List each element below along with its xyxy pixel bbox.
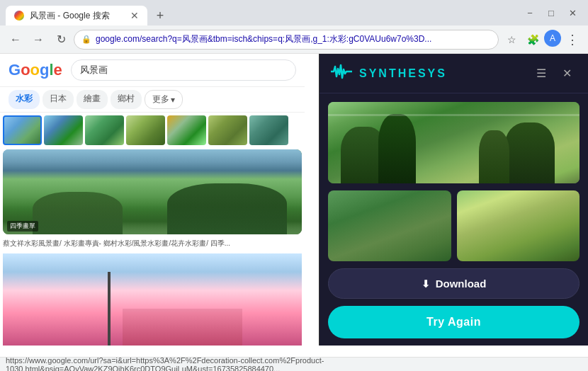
syn-image-bottom-row [328, 190, 579, 261]
search-query: 风景画 [80, 64, 108, 76]
status-text: https://www.google.com/url?sa=i&url=http… [6, 356, 582, 372]
cherry-blossom-image[interactable] [3, 253, 302, 346]
thumb-1[interactable] [3, 115, 42, 145]
thumb-4[interactable] [126, 115, 165, 145]
filter-tabs: 水彩 日本 繪畫 鄉村 更多▾ [0, 87, 305, 113]
tab-title: 风景画 - Google 搜索 [30, 10, 125, 22]
reload-button[interactable]: ↻ [51, 30, 71, 50]
syn-landscape-image-top [328, 102, 579, 183]
syn-right-bg [457, 190, 580, 261]
window-controls: − □ ✕ [514, 0, 588, 25]
active-tab[interactable]: 风景画 - Google 搜索 ✕ [6, 6, 147, 25]
back-button[interactable]: ← [6, 30, 26, 50]
nav-bar: ← → ↻ 🔒 google.com/search?q=风景画&tbm=isch… [0, 25, 588, 54]
google-header: Google 风景画 [0, 54, 305, 87]
google-logo: Google [9, 61, 62, 79]
new-tab-button[interactable]: + [150, 6, 170, 25]
bridge [123, 309, 242, 346]
filter-tab-village[interactable]: 鄉村 [111, 90, 142, 109]
synthesys-close-button[interactable]: ✕ [557, 64, 577, 84]
address-bar[interactable]: 🔒 google.com/search?q=风景画&tbm=isch&chips… [74, 30, 499, 50]
tab-close-button[interactable]: ✕ [130, 10, 139, 21]
image-caption: 蔡文祥水彩風景畫/ 水彩畫專責- 鄉村水彩/風景水彩畫/花卉水彩畫/ 四季... [0, 237, 305, 251]
thumb-3[interactable] [85, 115, 124, 145]
synthesys-logo-icon [331, 64, 352, 83]
url-text: google.com/search?q=风景画&tbm=isch&chips=q… [96, 33, 491, 45]
extension-puzzle-button[interactable]: 🧩 [523, 30, 543, 50]
thumbnail-row [0, 113, 305, 147]
filter-tab-watercolor[interactable]: 水彩 [9, 90, 40, 109]
filter-tab-japan[interactable]: 日本 [43, 90, 74, 109]
syn-logo: SYNTHESYS [331, 64, 531, 83]
syn-tree-4 [479, 130, 509, 183]
close-window-button[interactable]: ✕ [562, 3, 582, 23]
syn-landscape-image-left [328, 190, 451, 261]
nav-actions: ☆ 🧩 A ⋮ [502, 30, 582, 50]
page-content: Google 风景画 水彩 日本 繪畫 鄉村 更多▾ [0, 54, 588, 346]
browser-frame: − □ ✕ 风景画 - Google 搜索 ✕ + ← → ↻ 🔒 google… [0, 0, 588, 371]
syn-tree-3 [504, 122, 555, 183]
synthesys-logo-text: SYNTHESYS [359, 67, 447, 80]
minimize-button[interactable]: − [520, 3, 540, 23]
syn-content: ⬇ Download Try Again [320, 93, 588, 346]
download-icon: ⬇ [422, 278, 430, 290]
download-label: Download [436, 278, 487, 290]
syn-left-bg [328, 190, 451, 261]
tabs-bar: − □ ✕ 风景画 - Google 搜索 ✕ + [0, 0, 588, 25]
syn-header: SYNTHESYS ☰ ✕ [320, 54, 588, 93]
status-bar: https://www.google.com/url?sa=i&url=http… [0, 357, 588, 371]
syn-tree-2 [378, 114, 416, 183]
filter-tab-more[interactable]: 更多▾ [145, 90, 183, 109]
download-button[interactable]: ⬇ Download [328, 268, 579, 299]
menu-button[interactable]: ⋮ [562, 30, 582, 50]
bookmark-button[interactable]: ☆ [502, 30, 521, 50]
forward-button[interactable]: → [28, 30, 48, 50]
large-landscape-image[interactable]: 四季畫單 [3, 149, 302, 234]
thumb-6[interactable] [208, 115, 247, 145]
syn-header-actions: ☰ ✕ [531, 64, 577, 84]
profile-button[interactable]: A [544, 30, 561, 47]
lamppost [108, 272, 111, 346]
maximize-button[interactable]: □ [541, 3, 561, 23]
filter-tab-painting[interactable]: 繪畫 [77, 90, 108, 109]
try-again-button[interactable]: Try Again [328, 306, 579, 338]
synthesys-menu-button[interactable]: ☰ [531, 64, 551, 84]
thumb-7[interactable] [249, 115, 288, 145]
google-search-page: Google 风景画 水彩 日本 繪畫 鄉村 更多▾ [0, 54, 305, 346]
thumb-2[interactable] [44, 115, 83, 145]
horizon-line [328, 114, 579, 116]
thumb-5[interactable] [167, 115, 206, 145]
syn-landscape-image-right [457, 190, 580, 261]
lock-icon: 🔒 [81, 35, 91, 44]
tab-favicon [14, 11, 24, 21]
ground [3, 205, 302, 234]
search-box[interactable]: 风景画 [71, 59, 296, 81]
image-label: 四季畫單 [7, 221, 38, 232]
waveform-icon [331, 64, 352, 79]
synthesys-panel: SYNTHESYS ☰ ✕ [319, 54, 588, 346]
